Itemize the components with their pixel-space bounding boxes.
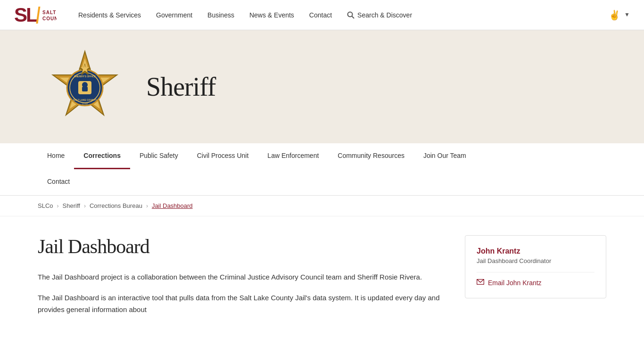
subnav-join-our-team[interactable]: Join Our Team — [414, 143, 476, 169]
nav-residents[interactable]: Residents & Services — [71, 0, 149, 30]
sub-navigation: Home Corrections Public Safety Civil Pro… — [0, 143, 644, 196]
svg-rect-13 — [82, 87, 88, 91]
sl-logo-mark: SL SALT LAKE COUNTY — [14, 5, 57, 25]
search-button[interactable]: Search & Discover — [339, 0, 420, 30]
subnav-law-enforcement[interactable]: Law Enforcement — [258, 143, 328, 169]
content-body: Jail Dashboard The Jail Dashboard projec… — [38, 235, 446, 324]
svg-text:UTAH: UTAH — [82, 103, 88, 105]
envelope-icon — [477, 279, 484, 285]
subnav-home[interactable]: Home — [38, 143, 74, 169]
accessibility-icon[interactable]: ✌ — [609, 9, 620, 21]
subnav-contact[interactable]: Contact — [38, 169, 79, 195]
svg-text:SL: SL — [14, 5, 38, 25]
contact-title: Jail Dashboard Coordinator — [477, 257, 594, 264]
contact-email-link[interactable]: Email John Krantz — [488, 279, 542, 287]
hero-title: Sheriff — [146, 72, 216, 102]
site-logo[interactable]: SL SALT LAKE COUNTY — [14, 5, 57, 25]
subnav-community-resources[interactable]: Community Resources — [328, 143, 414, 169]
main-nav-links: Residents & Services Government Business… — [71, 0, 609, 30]
hero-banner: SHERIFF'S OFFICE SALT LAKE COUNTY UTAH S… — [0, 30, 644, 143]
contact-email-row: Email John Krantz — [477, 279, 594, 287]
svg-line-5 — [352, 16, 355, 18]
svg-text:SALT LAKE: SALT LAKE — [42, 10, 57, 15]
sheriff-badge-image: SHERIFF'S OFFICE SALT LAKE COUNTY UTAH — [47, 49, 123, 124]
page-title: Jail Dashboard — [38, 235, 446, 258]
content-paragraph-1: The Jail Dashboard project is a collabor… — [38, 271, 446, 283]
breadcrumb-separator-2: › — [84, 203, 86, 209]
breadcrumb-slco[interactable]: SLCo — [38, 202, 53, 209]
nav-business[interactable]: Business — [200, 0, 242, 30]
search-label: Search & Discover — [357, 11, 412, 19]
subnav-civil-process[interactable]: Civil Process Unit — [188, 143, 258, 169]
top-navigation: SL SALT LAKE COUNTY Residents & Services… — [0, 0, 644, 30]
breadcrumb-sheriff[interactable]: Sheriff — [63, 202, 80, 209]
breadcrumb: SLCo › Sheriff › Corrections Bureau › Ja… — [0, 196, 644, 216]
svg-rect-1 — [36, 7, 40, 24]
contact-name: John Krantz — [477, 247, 594, 255]
svg-text:COUNTY: COUNTY — [42, 16, 57, 21]
breadcrumb-corrections-bureau[interactable]: Corrections Bureau — [90, 202, 142, 209]
subnav-public-safety[interactable]: Public Safety — [130, 143, 188, 169]
search-icon — [347, 11, 355, 19]
nav-contact[interactable]: Contact — [302, 0, 339, 30]
svg-text:SHERIFF'S OFFICE: SHERIFF'S OFFICE — [74, 75, 96, 78]
contact-divider — [477, 272, 594, 272]
language-dropdown-icon[interactable]: ▼ — [624, 11, 630, 18]
sub-nav-second-row: Contact — [38, 169, 606, 195]
contact-card: John Krantz Jail Dashboard Coordinator E… — [465, 235, 606, 298]
breadcrumb-separator-1: › — [57, 203, 59, 209]
svg-point-4 — [348, 12, 353, 16]
main-content: Jail Dashboard The Jail Dashboard projec… — [0, 216, 644, 343]
content-paragraph-2: The Jail Dashboard is an interactive too… — [38, 292, 446, 316]
logo-svg: SL SALT LAKE COUNTY — [14, 5, 57, 25]
top-nav-right: ✌ ▼ — [609, 9, 630, 21]
subnav-corrections[interactable]: Corrections — [74, 143, 130, 169]
breadcrumb-separator-3: › — [146, 203, 148, 209]
breadcrumb-jail-dashboard[interactable]: Jail Dashboard — [152, 202, 193, 209]
nav-government[interactable]: Government — [149, 0, 200, 30]
svg-text:SALT LAKE COUNTY: SALT LAKE COUNTY — [73, 99, 97, 101]
email-icon — [477, 279, 484, 287]
nav-news[interactable]: News & Events — [242, 0, 302, 30]
